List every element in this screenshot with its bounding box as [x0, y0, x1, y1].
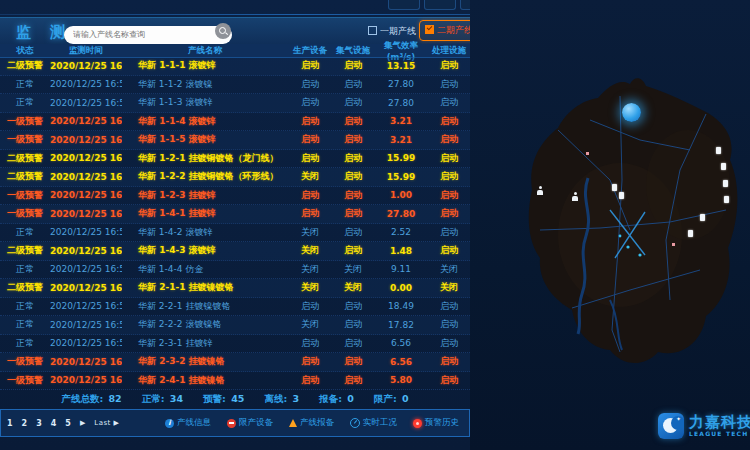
map-pin-icon[interactable]	[724, 196, 729, 203]
treatment-cell: 启动	[428, 226, 470, 239]
table-row[interactable]: 二级预警2020/12/25 16:55:24华新 2-1-1 挂镀镍镀铬关闭关…	[0, 279, 470, 298]
time-cell: 2020/12/25 16:55:24	[50, 98, 122, 108]
table-row[interactable]: 一级预警2020/12/25 16:55:24华新 1-4-1 挂镀锌启动启动2…	[0, 205, 470, 224]
efficiency-cell: 1.48	[374, 246, 428, 256]
table-row[interactable]: 正常2020/12/25 16:55:24华新 1-4-2 滚镀锌关闭启动2.5…	[0, 224, 470, 243]
treatment-cell: 启动	[428, 133, 470, 146]
line-name-cell: 华新 2-4-1 挂镀镍铬	[122, 374, 288, 387]
footer-button-label: 产线报备	[300, 417, 334, 429]
efficiency-cell: 1.00	[374, 190, 428, 200]
city-map[interactable]	[470, 0, 750, 450]
gas-facility-cell: 启动	[332, 170, 374, 183]
table-row[interactable]: 二级预警2020/12/25 16:55:24华新 1-2-2 挂镀铜镀铬（环形…	[0, 168, 470, 187]
gas-facility-cell: 启动	[332, 244, 374, 257]
prod-equip-cell: 关闭	[288, 244, 332, 257]
search-icon[interactable]	[215, 23, 231, 39]
table-row[interactable]: 正常2020/12/25 16:55:04华新 2-2-2 滚镀镍铬关闭启动17…	[0, 316, 470, 335]
prod-equip-cell: 启动	[288, 189, 332, 202]
status-cell: 二级预警	[0, 152, 50, 165]
checkbox-icon[interactable]	[368, 26, 377, 35]
time-cell: 2020/12/25 16:55:24	[50, 338, 122, 348]
treatment-cell: 启动	[428, 115, 470, 128]
status-cell: 正常	[0, 318, 50, 331]
footer-buttons: i产线信息限产设备产线报备实时工况预警历史	[165, 417, 469, 429]
table-row[interactable]: 二级预警2020/12/25 16:55:04华新 1-2-1 挂镀铜镀铬（龙门…	[0, 150, 470, 169]
efficiency-cell: 17.82	[374, 320, 428, 330]
table-row[interactable]: 正常2020/12/25 16:54:44华新 1-4-4 仿金关闭关闭9.11…	[0, 261, 470, 280]
map-pin-icon[interactable]	[723, 180, 728, 187]
column-header: 集气设施	[332, 45, 374, 57]
last-page-button[interactable]: Last ▶	[94, 419, 119, 427]
map-person-icon[interactable]	[536, 186, 544, 195]
footer-button-noentry[interactable]: 限产设备	[227, 417, 273, 429]
gas-facility-cell: 启动	[332, 133, 374, 146]
gas-facility-cell: 启动	[332, 226, 374, 239]
page-button[interactable]: 1	[7, 419, 13, 428]
table-row[interactable]: 二级预警2020/12/25 16:55:24华新 1-1-1 滚镀锌启动启动1…	[0, 57, 470, 76]
gauge-icon	[350, 418, 360, 428]
treatment-cell: 启动	[428, 355, 470, 368]
table-row[interactable]: 正常2020/12/25 16:55:24华新 2-3-1 挂镀锌启动启动6.5…	[0, 335, 470, 354]
table-row[interactable]: 一级预警2020/12/25 16:55:24华新 1-1-5 滚镀锌启动启动3…	[0, 131, 470, 150]
blue-status-marker[interactable]	[622, 103, 641, 122]
page-button[interactable]: 4	[51, 419, 57, 428]
pagination: 12345▶Last ▶	[1, 419, 119, 428]
footer-button-alert[interactable]: 预警历史	[413, 417, 459, 429]
time-cell: 2020/12/25 16:55:24	[50, 79, 122, 89]
map-pin-icon[interactable]	[721, 163, 726, 170]
brand-logo: ✦ 力嘉科技 LEAGUE TECH	[658, 407, 750, 445]
footer-button-label: 实时工况	[363, 417, 397, 429]
time-cell: 2020/12/25 16:55:04	[50, 320, 122, 330]
footer-button-gauge[interactable]: 实时工况	[350, 417, 397, 429]
treatment-cell: 启动	[428, 374, 470, 387]
footer-button-warning-triangle[interactable]: 产线报备	[289, 417, 334, 429]
time-cell: 2020/12/25 16:55:24	[50, 357, 122, 367]
table-row[interactable]: 一级预警2020/12/25 16:55:24华新 2-3-2 挂镀镍铬启动启动…	[0, 353, 470, 372]
stats-bar: 产线总数: 82正常: 34预警: 45离线: 3报备: 0限产: 0	[0, 391, 470, 408]
stat-item: 正常: 34	[142, 393, 183, 406]
checkbox-checked-icon[interactable]	[425, 25, 434, 34]
map-person-icon[interactable]	[571, 192, 579, 201]
line-name-cell: 华新 1-2-2 挂镀铜镀铬（环形线）	[122, 170, 288, 183]
efficiency-cell: 27.80	[374, 98, 428, 108]
treatment-cell: 启动	[428, 96, 470, 109]
next-page-button[interactable]: ▶	[80, 419, 85, 427]
gas-facility-cell: 启动	[332, 115, 374, 128]
table-row[interactable]: 二级预警2020/12/25 16:55:04华新 1-4-3 滚镀锌关闭启动1…	[0, 242, 470, 261]
map-pin-icon[interactable]	[700, 214, 705, 221]
line-name-cell: 华新 2-2-1 挂镀镍镀铬	[122, 300, 288, 313]
table-row[interactable]: 正常2020/12/25 16:55:24华新 1-1-2 滚镀镍启动启动27.…	[0, 76, 470, 95]
page-button[interactable]: 5	[65, 419, 71, 428]
footer-button-info[interactable]: i产线信息	[165, 417, 211, 429]
gas-facility-cell: 启动	[332, 355, 374, 368]
map-pin-icon[interactable]	[612, 184, 617, 191]
table-row[interactable]: 一级预警2020/12/25 16:55:24华新 1-1-4 滚镀锌启动启动3…	[0, 113, 470, 132]
time-cell: 2020/12/25 16:55:24	[50, 172, 122, 182]
column-header: 生产设备	[288, 45, 332, 57]
efficiency-cell: 5.80	[374, 375, 428, 385]
page-button[interactable]: 3	[36, 419, 42, 428]
page-button[interactable]: 2	[22, 419, 28, 428]
prod-equip-cell: 启动	[288, 96, 332, 109]
table-row[interactable]: 正常2020/12/25 16:55:04华新 2-2-1 挂镀镍镀铬启动启动1…	[0, 298, 470, 317]
map-pin-icon[interactable]	[619, 192, 624, 199]
phase1-toggle[interactable]: 一期产线	[368, 25, 416, 38]
stat-value: 45	[231, 393, 244, 404]
search-input[interactable]	[64, 26, 232, 44]
stat-item: 预警: 45	[203, 393, 244, 406]
phase2-label: 二期产线	[437, 25, 473, 35]
phase1-label: 一期产线	[380, 26, 416, 36]
monitoring-dashboard: 监 测 一期产线 二期产线 状态监测时间产线名称生产设备集气设施集气效率(m³/…	[0, 0, 750, 450]
efficiency-cell: 6.56	[374, 357, 428, 367]
treatment-cell: 启动	[428, 300, 470, 313]
table-row[interactable]: 正常2020/12/25 16:55:24华新 1-1-3 滚镀锌启动启动27.…	[0, 94, 470, 113]
status-cell: 正常	[0, 263, 50, 276]
status-cell: 一级预警	[0, 189, 50, 202]
status-cell: 正常	[0, 337, 50, 350]
map-pin-icon[interactable]	[716, 147, 721, 154]
gas-facility-cell: 启动	[332, 78, 374, 91]
table-row[interactable]: 一级预警2020/12/25 16:55:24华新 2-4-1 挂镀镍铬启动启动…	[0, 372, 470, 391]
info-icon: i	[165, 419, 174, 428]
table-row[interactable]: 一级预警2020/12/25 16:55:24华新 1-2-3 挂镀锌启动启动1…	[0, 187, 470, 206]
map-pin-icon[interactable]	[688, 230, 693, 237]
